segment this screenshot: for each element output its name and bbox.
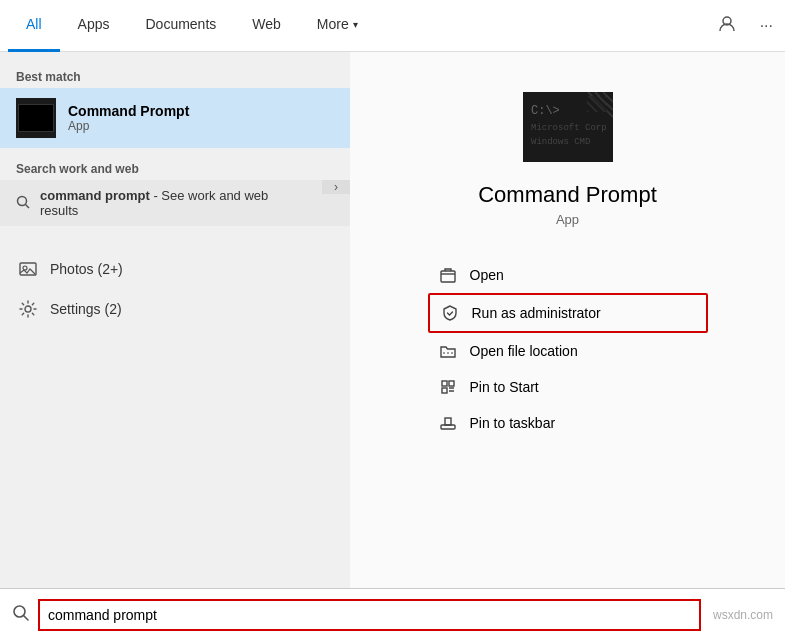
action-run-admin[interactable]: Run as administrator bbox=[428, 293, 708, 333]
pin-taskbar-icon bbox=[438, 413, 458, 433]
best-match-label: Best match bbox=[0, 64, 350, 88]
action-pin-taskbar-label: Pin to taskbar bbox=[470, 415, 556, 431]
action-pin-taskbar[interactable]: Pin to taskbar bbox=[428, 405, 708, 441]
svg-line-20 bbox=[24, 615, 29, 620]
settings-icon bbox=[16, 297, 40, 321]
svg-text:C:\>: C:\> bbox=[531, 104, 560, 118]
search-web-arrow-button[interactable]: › bbox=[322, 180, 350, 194]
app-preview-icon: C:\> Microsoft Corp Windows CMD bbox=[523, 92, 613, 162]
tab-more[interactable]: More ▾ bbox=[299, 0, 376, 52]
svg-text:Windows CMD: Windows CMD bbox=[531, 137, 590, 147]
svg-rect-13 bbox=[441, 271, 455, 282]
tab-documents[interactable]: Documents bbox=[127, 0, 234, 52]
search-web-section: Search work and web command prompt - See… bbox=[0, 156, 350, 226]
search-query-bold: command prompt bbox=[40, 188, 150, 203]
tab-documents-label: Documents bbox=[145, 16, 216, 32]
settings-label: Settings (2) bbox=[50, 301, 122, 317]
search-work-web-label: Search work and web bbox=[0, 156, 350, 180]
svg-text:Microsoft Corp: Microsoft Corp bbox=[531, 123, 607, 133]
pin-start-icon bbox=[438, 377, 458, 397]
photos-section: . Photos (2+) bbox=[0, 238, 350, 289]
svg-line-2 bbox=[26, 204, 30, 208]
best-match-text: Command Prompt App bbox=[68, 103, 189, 133]
svg-rect-18 bbox=[445, 418, 451, 425]
svg-point-4 bbox=[23, 266, 27, 270]
photos-section-dummy: . bbox=[0, 238, 350, 249]
search-input[interactable] bbox=[38, 599, 701, 631]
more-options-icon[interactable]: ··· bbox=[756, 13, 777, 39]
photos-icon bbox=[16, 257, 40, 281]
tab-web[interactable]: Web bbox=[234, 0, 299, 52]
svg-rect-15 bbox=[449, 381, 454, 386]
tab-more-label: More bbox=[317, 16, 349, 32]
svg-rect-14 bbox=[442, 381, 447, 386]
nav-right-icons: ··· bbox=[714, 11, 777, 41]
action-pin-start-label: Pin to Start bbox=[470, 379, 539, 395]
action-run-admin-label: Run as administrator bbox=[472, 305, 601, 321]
right-panel: C:\> Microsoft Corp Windows CMD Command … bbox=[350, 52, 785, 588]
main-container: Best match Command Prompt App Search wor… bbox=[0, 52, 785, 588]
top-navigation: All Apps Documents Web More ▾ ··· bbox=[0, 0, 785, 52]
folder-icon bbox=[438, 341, 458, 361]
svg-rect-16 bbox=[442, 388, 447, 393]
action-open-location[interactable]: Open file location bbox=[428, 333, 708, 369]
photos-item[interactable]: Photos (2+) bbox=[0, 249, 350, 289]
left-panel: Best match Command Prompt App Search wor… bbox=[0, 52, 350, 588]
settings-item[interactable]: Settings (2) bbox=[0, 289, 350, 329]
app-type-label: App bbox=[556, 212, 579, 227]
best-match-title: Command Prompt bbox=[68, 103, 189, 119]
settings-section: Settings (2) bbox=[0, 289, 350, 329]
svg-point-1 bbox=[18, 196, 27, 205]
app-title-large: Command Prompt bbox=[478, 182, 657, 208]
chevron-down-icon: ▾ bbox=[353, 19, 358, 30]
open-icon bbox=[438, 265, 458, 285]
search-web-text: command prompt - See work and web result… bbox=[40, 188, 306, 218]
best-match-subtitle: App bbox=[68, 119, 189, 133]
tab-all-label: All bbox=[26, 16, 42, 32]
bottom-search-bar: wsxdn.com bbox=[0, 588, 785, 640]
best-match-item[interactable]: Command Prompt App bbox=[0, 88, 350, 148]
search-icon bbox=[16, 195, 30, 212]
bottom-search-icon bbox=[12, 604, 30, 626]
action-open-location-label: Open file location bbox=[470, 343, 578, 359]
action-open-label: Open bbox=[470, 267, 504, 283]
tab-apps-label: Apps bbox=[78, 16, 110, 32]
action-pin-start[interactable]: Pin to Start bbox=[428, 369, 708, 405]
tab-apps[interactable]: Apps bbox=[60, 0, 128, 52]
shield-icon bbox=[440, 303, 460, 323]
action-list: Open Run as administrator bbox=[428, 257, 708, 441]
cmd-icon-inner bbox=[18, 104, 54, 132]
action-open[interactable]: Open bbox=[428, 257, 708, 293]
tab-web-label: Web bbox=[252, 16, 281, 32]
search-web-row: command prompt - See work and web result… bbox=[0, 180, 350, 226]
brand-label: wsxdn.com bbox=[713, 608, 773, 622]
search-web-item[interactable]: command prompt - See work and web result… bbox=[0, 180, 322, 226]
photos-label: Photos (2+) bbox=[50, 261, 123, 277]
svg-point-5 bbox=[25, 306, 31, 312]
tab-all[interactable]: All bbox=[8, 0, 60, 52]
person-icon[interactable] bbox=[714, 11, 740, 41]
app-icon bbox=[16, 98, 56, 138]
